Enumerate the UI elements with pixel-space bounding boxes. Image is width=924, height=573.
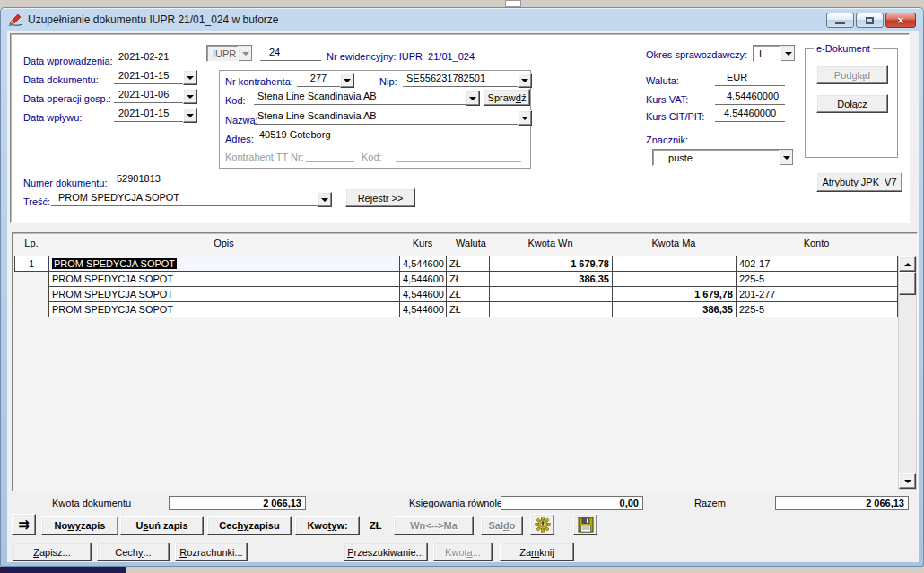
saldo-button[interactable]: Saldo bbox=[481, 516, 523, 535]
doc-number-field[interactable]: 24 bbox=[260, 47, 321, 61]
contractor-nr-field[interactable]: 277 bbox=[297, 73, 340, 87]
transfer-arrows-button[interactable]: ⇉ bbox=[12, 514, 36, 535]
przeszukiwanie-button[interactable]: Przeszukiwanie... bbox=[344, 543, 428, 561]
dropdown-arrow-icon bbox=[344, 79, 351, 82]
col-kwota-ma: Kwota Ma bbox=[612, 238, 736, 248]
date-operacji-dropdown[interactable] bbox=[183, 89, 197, 104]
table-vertical-scrollbar[interactable] bbox=[898, 256, 917, 490]
znacznik-combo[interactable]: .puste bbox=[652, 149, 794, 166]
kurs-cit-field[interactable]: 4.54460000 bbox=[715, 108, 785, 122]
contractor-nr-dropdown[interactable] bbox=[340, 73, 354, 88]
numer-dokumentu-field[interactable]: 52901813 bbox=[108, 173, 329, 187]
close-button[interactable]: × bbox=[885, 13, 916, 28]
cell-kurs[interactable]: 4,544600 bbox=[400, 287, 447, 302]
contractor-nip-label: Nip: bbox=[379, 76, 397, 87]
edit-pencil-icon bbox=[8, 13, 22, 27]
atrybuty-jpk-button[interactable]: Atrybuty JPK_V7 bbox=[816, 172, 902, 192]
wn-ma-button[interactable]: Wn<-->Ma bbox=[394, 516, 474, 535]
cell-kwota-wn[interactable]: 1 679,78 bbox=[490, 256, 613, 272]
cell-opis[interactable]: PROM SPEDYCJA SOPOT bbox=[49, 256, 400, 272]
doc-type-combo[interactable]: IUPR bbox=[206, 45, 253, 62]
cell-kwota-ma[interactable] bbox=[613, 272, 737, 287]
cechy-button[interactable]: Cechy... bbox=[97, 543, 170, 561]
zapisz-button[interactable]: Zapisz... bbox=[13, 543, 92, 561]
contractor-nr-label: Nr kontrahenta: bbox=[225, 76, 293, 87]
contractor-nazwa-field[interactable]: Stena Line Scandinavia AB bbox=[254, 110, 518, 125]
cell-opis[interactable]: PROM SPEDYCJA SOPOT bbox=[49, 302, 400, 317]
cell-opis[interactable]: PROM SPEDYCJA SOPOT bbox=[49, 287, 400, 302]
background-taskbar-fragment bbox=[0, 567, 126, 573]
contractor-nazwa-dropdown[interactable] bbox=[518, 110, 532, 126]
cell-kwota-ma[interactable]: 1 679,78 bbox=[613, 287, 737, 302]
sprawdz-button[interactable]: Sprawdź bbox=[484, 89, 530, 106]
contractor-adres-field[interactable]: 40519 Goteborg bbox=[254, 129, 523, 143]
edokument-groupbox: e-Dokument Podgląd Dołącz bbox=[805, 48, 898, 158]
znacznik-value: .puste bbox=[653, 152, 779, 163]
scroll-down-button[interactable] bbox=[899, 473, 916, 489]
selected-cell-text: PROM SPEDYCJA SOPOT bbox=[52, 258, 177, 269]
rejestr-button[interactable]: Rejestr >> bbox=[345, 188, 415, 207]
cell-kurs[interactable]: 4,544600 bbox=[400, 256, 447, 272]
usun-zapis-button[interactable]: Usuń zapis bbox=[120, 516, 204, 535]
scroll-up-button[interactable] bbox=[899, 256, 916, 272]
cell-konto[interactable]: 402-17 bbox=[737, 256, 897, 272]
cechy-zapisu-button[interactable]: Cechy zapisu bbox=[207, 516, 292, 535]
background-window-fragment bbox=[505, 0, 521, 7]
tresc-dropdown[interactable] bbox=[318, 192, 332, 207]
title-bar[interactable]: Uzupełnianie dokumentu IUPR 21/01_024 w … bbox=[1, 8, 923, 31]
cell-kurs[interactable]: 4,544600 bbox=[400, 272, 447, 287]
dropdown-arrow-icon bbox=[187, 114, 194, 117]
date-dokumentu-field[interactable]: 2021-01-15 bbox=[114, 70, 183, 84]
razem-value: 2 066,13 bbox=[775, 496, 909, 510]
date-operacji-field[interactable]: 2021-01-06 bbox=[114, 89, 183, 103]
cell-opis[interactable]: PROM SPEDYCJA SOPOT bbox=[49, 272, 400, 287]
doc-type-dropdown bbox=[238, 46, 252, 61]
row-selector-lp[interactable]: 1 bbox=[14, 256, 48, 272]
settings-gear-button[interactable] bbox=[530, 514, 554, 535]
restore-button[interactable] bbox=[856, 13, 884, 28]
save-button[interactable] bbox=[573, 514, 597, 535]
zamknij-button[interactable]: Zamknij bbox=[500, 543, 574, 561]
contractor-kod-dropdown[interactable] bbox=[466, 91, 480, 106]
cell-kwota-wn[interactable] bbox=[490, 287, 613, 302]
date-wplywu-field[interactable]: 2021-01-15 bbox=[114, 108, 183, 122]
cell-konto[interactable]: 225-5 bbox=[737, 302, 897, 317]
minimize-button[interactable] bbox=[826, 13, 854, 28]
kwota-button[interactable]: Kwota... bbox=[433, 543, 493, 561]
contractor-kod-field[interactable]: Stena Line Scandinavia AB bbox=[254, 91, 466, 105]
col-kurs: Kurs bbox=[399, 238, 446, 248]
okres-dropdown[interactable] bbox=[780, 46, 795, 61]
date-wprowadzenia-field[interactable]: 2021-02-21 bbox=[114, 51, 195, 65]
waluta-field[interactable]: EUR bbox=[715, 72, 785, 86]
rozrachunki-button[interactable]: Rozrachunki... bbox=[175, 543, 248, 561]
cell-waluta[interactable]: ZŁ bbox=[447, 256, 490, 272]
kwota-dokumentu-label: Kwota dokumentu bbox=[52, 498, 131, 508]
dolacz-button[interactable]: Dołącz bbox=[816, 94, 888, 113]
cell-konto[interactable]: 201-277 bbox=[737, 287, 897, 302]
cell-konto[interactable]: 225-5 bbox=[737, 272, 897, 287]
date-wplywu-dropdown[interactable] bbox=[183, 108, 197, 123]
cell-kwota-ma[interactable]: 386,35 bbox=[613, 302, 737, 317]
date-dokumentu-dropdown[interactable] bbox=[183, 70, 197, 85]
podglad-button[interactable]: Podgląd bbox=[816, 65, 888, 84]
nowy-zapis-button[interactable]: Nowy zapis bbox=[41, 516, 118, 535]
okres-combo[interactable]: I bbox=[753, 45, 796, 62]
cell-waluta[interactable]: ZŁ bbox=[447, 287, 490, 302]
tresc-field[interactable]: PROM SPEDYCJA SOPOT bbox=[51, 192, 318, 206]
table-row: PROM SPEDYCJA SOPOT 4,544600 ZŁ 1 679,78… bbox=[49, 287, 897, 302]
cell-kwota-ma[interactable] bbox=[613, 256, 737, 272]
background-bottom-strip bbox=[0, 567, 924, 573]
cell-kwota-wn[interactable] bbox=[490, 302, 613, 317]
razem-label: Razem bbox=[694, 498, 726, 508]
kwoty-w-button[interactable]: Kwoty w: bbox=[295, 516, 360, 535]
znacznik-dropdown[interactable] bbox=[779, 150, 793, 165]
contractor-nip-field[interactable]: SE556231782501 bbox=[403, 73, 518, 87]
cell-waluta[interactable]: ZŁ bbox=[447, 272, 490, 287]
cell-kurs[interactable]: 4,544600 bbox=[400, 302, 447, 317]
kurs-vat-field[interactable]: 4.54460000 bbox=[715, 91, 785, 105]
scroll-thumb[interactable] bbox=[899, 272, 916, 295]
cell-waluta[interactable]: ZŁ bbox=[447, 302, 490, 317]
contractor-nip-dropdown[interactable] bbox=[518, 73, 532, 88]
cell-kwota-wn[interactable]: 386,35 bbox=[490, 272, 613, 287]
contractor-tt-kod-field bbox=[396, 148, 521, 162]
